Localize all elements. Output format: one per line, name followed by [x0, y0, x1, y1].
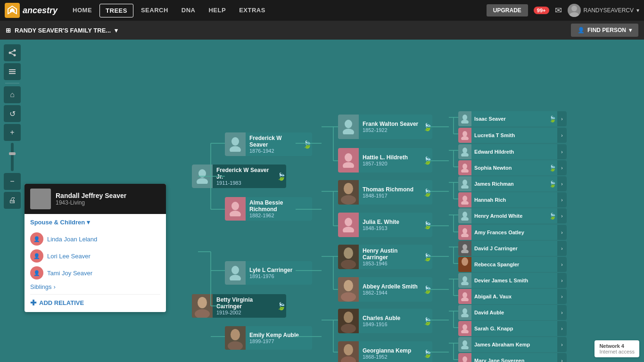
- svg-point-72: [198, 169, 206, 178]
- svg-point-125: [462, 276, 467, 282]
- network-badge: Network 4 Internet access: [594, 340, 639, 357]
- family-member-tami[interactable]: 👤 Tami Joy Seaver: [30, 264, 160, 281]
- nav-trees[interactable]: TREES: [99, 4, 133, 17]
- person-henry-white[interactable]: Henry Arnold White 🍃 ›: [458, 208, 567, 223]
- person-charles[interactable]: Charles Auble 1849-1916 🍃: [338, 309, 432, 333]
- person-julia[interactable]: Julia E. White 1848-1913 🍃: [338, 213, 432, 237]
- next-arrow[interactable]: ›: [557, 273, 567, 288]
- upgrade-button[interactable]: UPGRADE: [487, 4, 528, 16]
- family-member-lori[interactable]: 👤 Lori Lee Seaver: [30, 247, 160, 264]
- person-james-kemp[interactable]: James Abraham Kemp ›: [458, 337, 567, 352]
- person-hattie[interactable]: Hattie L. Hildreth 1857-1920 🍃: [338, 148, 432, 173]
- spouse-children-toggle[interactable]: Spouse & Children ▾: [30, 219, 160, 226]
- person-amy[interactable]: Amy Frances Oatley ›: [458, 225, 567, 240]
- next-arrow[interactable]: ›: [557, 353, 567, 362]
- person-photo: [338, 115, 359, 139]
- leaf-icon: 🍃: [277, 301, 286, 311]
- zoom-slider[interactable]: [11, 143, 14, 171]
- person-photo-sm: [458, 305, 471, 320]
- person-henry-carringer[interactable]: Henry Austin Carringer 1853-1946 🍃: [338, 245, 432, 269]
- next-arrow[interactable]: ›: [557, 144, 567, 159]
- next-arrow[interactable]: ›: [557, 128, 567, 143]
- next-arrow[interactable]: ›: [557, 257, 567, 272]
- family-member-linda[interactable]: 👤 Linda Joan Leland: [30, 230, 160, 247]
- next-arrow[interactable]: ›: [557, 192, 567, 207]
- person-sophia[interactable]: Sophia Newton 🍃 ›: [458, 160, 567, 175]
- person-sarah[interactable]: Sarah G. Knapp ›: [458, 321, 567, 336]
- logo-icon: [5, 3, 20, 18]
- zoom-out-button[interactable]: −: [4, 173, 21, 190]
- person-betty[interactable]: Betty Virginia Carringer 1919-2002 🍃: [192, 294, 286, 318]
- leaf-icon: 🍃: [423, 188, 432, 197]
- person-main-name: Randall Jeffrey Seaver: [56, 192, 126, 199]
- next-arrow[interactable]: ›: [557, 241, 567, 256]
- add-relative-button[interactable]: ✚ ADD RELATIVE: [30, 294, 160, 307]
- svg-point-120: [461, 233, 469, 237]
- next-arrow[interactable]: ›: [557, 208, 567, 223]
- person-georgianna[interactable]: Georgianna Kemp 1868-1952 🍃: [338, 341, 432, 362]
- leaf-icon: 🍃: [423, 349, 432, 358]
- person-frank[interactable]: Frank Walton Seaver 1852-1922 🍃: [338, 115, 432, 139]
- svg-point-105: [462, 115, 467, 120]
- person-photo: [338, 148, 359, 173]
- person-info: Betty Virginia Carringer 1919-2002: [213, 295, 277, 317]
- person-mary[interactable]: Mary Jane Sovereen ›: [458, 353, 567, 362]
- person-emily[interactable]: Emily Kemp Auble 1899-1977: [225, 326, 312, 350]
- person-info-sm: Edward Hildreth: [471, 148, 557, 156]
- person-info: Frederick W Seaver Jr. 1911-1983: [213, 165, 277, 188]
- person-lyle[interactable]: Lyle L Carringer 1891-1976: [225, 261, 312, 285]
- nav-extras[interactable]: EXTRAS: [233, 4, 271, 17]
- next-arrow[interactable]: ›: [557, 337, 567, 352]
- user-menu[interactable]: RANDYSEAVERCV ▾: [568, 4, 639, 17]
- svg-point-107: [462, 131, 467, 137]
- person-thomas[interactable]: Thomas Richmond 1848-1917 🍃: [338, 180, 432, 205]
- person-david-carringer[interactable]: David J Carringer ›: [458, 241, 567, 256]
- person-abigail[interactable]: Abigail A. Vaux ›: [458, 289, 567, 304]
- svg-point-131: [462, 324, 467, 330]
- history-button[interactable]: ↺: [4, 105, 21, 122]
- next-arrow[interactable]: ›: [557, 321, 567, 336]
- zoom-in-button[interactable]: +: [4, 124, 21, 141]
- person-info-sm: James Abraham Kemp: [471, 341, 557, 348]
- nav-home[interactable]: HOME: [67, 4, 98, 17]
- next-arrow[interactable]: ›: [557, 305, 567, 320]
- home-button[interactable]: ⌂: [4, 86, 21, 103]
- siblings-arrow-icon: ›: [54, 283, 56, 290]
- person-devier[interactable]: Devier James L Smith ›: [458, 273, 567, 288]
- next-arrow[interactable]: ›: [557, 225, 567, 240]
- next-arrow[interactable]: ›: [557, 111, 567, 126]
- person-photo: [338, 213, 359, 237]
- person-alma[interactable]: Alma Bessie Richmond 1882-1962: [225, 197, 312, 221]
- tree-selector[interactable]: ⊞ RANDY SEAVER'S FAMILY TRE... ▾: [6, 27, 118, 34]
- tree-icon: ⊞: [6, 27, 11, 34]
- person-info-sm: Amy Frances Oatley: [471, 229, 557, 236]
- person-abbey[interactable]: Abbey Ardelle Smith 1862-1944 🍃: [338, 277, 432, 302]
- nav-search[interactable]: SEARCH: [135, 4, 174, 17]
- person-edward[interactable]: Edward Hildreth ›: [458, 144, 567, 159]
- leaf-icon: 🍃: [303, 140, 312, 149]
- mail-icon[interactable]: ✉: [555, 5, 562, 16]
- next-arrow[interactable]: ›: [557, 176, 567, 191]
- person-isaac[interactable]: Isaac Seaver 🍃 ›: [458, 111, 567, 126]
- next-arrow[interactable]: ›: [557, 289, 567, 304]
- person-fredericksr[interactable]: Frederick W Seaver 1876-1942 🍃: [225, 132, 312, 156]
- person-rebecca[interactable]: Rebecca Spangler ›: [458, 257, 567, 272]
- print-button[interactable]: 🖨: [4, 192, 21, 209]
- logo[interactable]: ancestry: [5, 3, 58, 18]
- svg-point-97: [344, 280, 353, 291]
- person-hannah[interactable]: Hannah Rich ›: [458, 192, 567, 207]
- person-james-richman[interactable]: James Richman 🍃 ›: [458, 176, 567, 191]
- person-info: Lyle L Carringer 1891-1976: [246, 265, 312, 281]
- settings-button[interactable]: [4, 63, 21, 80]
- person-frederickjr[interactable]: Frederick W Seaver Jr. 1911-1983 🍃: [192, 165, 286, 188]
- person-david-auble[interactable]: David Auble ›: [458, 305, 567, 320]
- siblings-link[interactable]: Siblings ›: [30, 283, 160, 290]
- nav-dna[interactable]: DNA: [176, 4, 201, 17]
- person-lucretia[interactable]: Lucretia T Smith ›: [458, 128, 567, 143]
- find-person-button[interactable]: 👤 FIND PERSON ▾: [571, 24, 638, 37]
- share-button[interactable]: [4, 44, 21, 61]
- nav-help[interactable]: HELP: [203, 4, 231, 17]
- next-arrow[interactable]: ›: [557, 160, 567, 175]
- family-avatar: 👤: [30, 249, 43, 263]
- notification-badge[interactable]: 99+: [534, 7, 549, 14]
